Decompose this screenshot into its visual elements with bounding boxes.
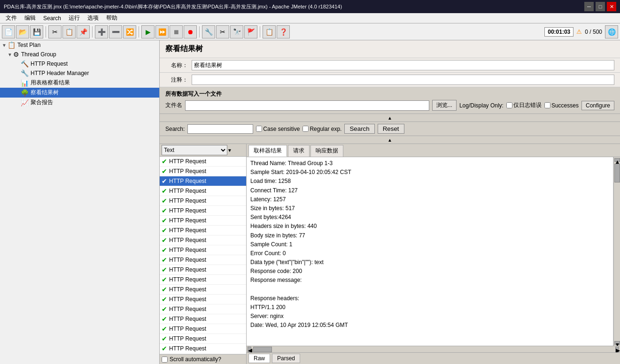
successes-check[interactable]: Successes: [544, 102, 579, 109]
result-item[interactable]: ✔HTTP Request: [160, 255, 246, 265]
success-icon: ✔: [162, 187, 167, 195]
detail-line: HTTP/1.1 200: [250, 303, 609, 312]
scroll-down-arrow[interactable]: ▼: [614, 341, 620, 345]
result-item[interactable]: ✔HTTP Request: [160, 206, 246, 216]
comment-input[interactable]: [192, 75, 614, 85]
result-item[interactable]: ✔HTTP Request: [160, 226, 246, 235]
scroll-auto-checkbox[interactable]: [162, 356, 168, 363]
result-item-selected[interactable]: ✔HTTP Request: [160, 176, 246, 186]
file-path-input[interactable]: [185, 100, 429, 111]
search-button[interactable]: Search: [344, 124, 374, 134]
result-item[interactable]: ✔HTTP Request: [160, 157, 246, 167]
tab-raw[interactable]: Raw: [248, 354, 270, 363]
result-item[interactable]: ✔HTTP Request: [160, 324, 246, 334]
regular-exp-check[interactable]: Regular exp.: [302, 126, 341, 132]
close-button[interactable]: ✕: [607, 2, 616, 11]
result-item[interactable]: ✔HTTP Request: [160, 245, 246, 255]
threadgroup-icon: ⚙: [13, 51, 19, 58]
log-error-checkbox[interactable]: [506, 102, 512, 108]
toolbar-expand[interactable]: ➕: [95, 25, 108, 38]
file-section: 所有数据写入一个文件 文件名 浏览... Log/Display Only: 仅…: [160, 87, 620, 114]
result-item-label: HTTP Request: [169, 316, 206, 322]
search-input[interactable]: [187, 124, 253, 134]
result-item[interactable]: ✔HTTP Request: [160, 186, 246, 196]
toolbar-save[interactable]: 💾: [30, 25, 43, 38]
menu-help[interactable]: 帮助: [102, 13, 121, 23]
scroll-thumb[interactable]: [614, 164, 620, 182]
toolbar-flag[interactable]: 🚩: [244, 25, 257, 38]
result-item[interactable]: ✔HTTP Request: [160, 295, 246, 304]
toolbar-start-no-pause[interactable]: ⏩: [155, 25, 169, 38]
case-sensitive-check[interactable]: Case sensitive: [256, 126, 300, 132]
toolbar-run[interactable]: ▶: [141, 25, 155, 38]
toolbar-sep5: [260, 26, 260, 38]
toolbar-cut[interactable]: ✂: [48, 25, 62, 38]
result-item[interactable]: ✔HTTP Request: [160, 285, 246, 295]
toolbar-binoculars[interactable]: 🔭: [230, 25, 243, 38]
toolbar-stop[interactable]: ⏹: [170, 25, 183, 38]
maximize-button[interactable]: □: [596, 2, 605, 11]
toolbar-copy[interactable]: 📋: [62, 25, 76, 38]
menu-file[interactable]: 文件: [2, 13, 21, 23]
toolbar-stop-now[interactable]: ⏺: [184, 25, 197, 38]
right-panel: 察看结果树 名称： 注释： 所有数据写入一个文件 文件名 浏览... Log/D…: [160, 40, 620, 364]
tab-sampler-result[interactable]: 取样器结果: [248, 145, 287, 157]
result-item[interactable]: ✔HTTP Request: [160, 314, 246, 324]
tree-item-threadgroup[interactable]: ▼ ⚙ Thread Group: [0, 50, 159, 59]
successes-checkbox[interactable]: [544, 102, 550, 108]
result-item[interactable]: ✔HTTP Request: [160, 275, 246, 285]
toolbar-open[interactable]: 📂: [16, 25, 29, 38]
toolbar-scissors[interactable]: ✂: [216, 25, 229, 38]
tree-item-tabresult[interactable]: 📊 用表格察看结果: [0, 78, 159, 88]
toolbar-tools[interactable]: 🔧: [202, 25, 215, 38]
result-item-label: HTTP Request: [169, 276, 206, 283]
text-type-dropdown[interactable]: Text RegExp Tester CSS/JQuery Tester XPa…: [162, 145, 227, 155]
httpheader-label: HTTP Header Manager: [31, 70, 89, 76]
tab-response-data[interactable]: 响应数据: [310, 145, 343, 157]
toolbar-collapse[interactable]: ➖: [109, 25, 122, 38]
result-item-label: HTTP Request: [169, 306, 206, 312]
scroll-up-arrow[interactable]: ▲: [614, 158, 620, 162]
toolbar-new[interactable]: 📄: [2, 25, 15, 38]
detail-hscrollbar[interactable]: ◀ ▶: [247, 346, 620, 352]
scroll-left-arrow[interactable]: ◀: [248, 347, 251, 352]
case-sensitive-checkbox[interactable]: [256, 126, 262, 132]
result-item-label: HTTP Request: [169, 227, 206, 234]
result-item[interactable]: ✔HTTP Request: [160, 216, 246, 226]
result-item[interactable]: ✔HTTP Request: [160, 304, 246, 314]
configure-button[interactable]: Configure: [581, 101, 614, 110]
hscroll-thumb[interactable]: [253, 347, 272, 352]
browse-button[interactable]: 浏览...: [432, 100, 457, 111]
name-input[interactable]: [192, 60, 614, 70]
minimize-button[interactable]: ─: [584, 2, 594, 11]
result-item[interactable]: ✔HTTP Request: [160, 344, 246, 354]
toolbar-paste[interactable]: 📌: [77, 25, 90, 38]
result-item[interactable]: ✔HTTP Request: [160, 265, 246, 275]
result-item[interactable]: ✔HTTP Request: [160, 167, 246, 176]
tree-item-viewresulttree[interactable]: 🌳 察看结果树: [0, 88, 159, 98]
result-item[interactable]: ✔HTTP Request: [160, 235, 246, 245]
menu-search[interactable]: Search: [39, 14, 65, 23]
log-options: Log/Display Only: 仅日志错误 Successes Config…: [459, 101, 614, 110]
result-item[interactable]: ✔HTTP Request: [160, 334, 246, 344]
toolbar-toggle[interactable]: 🔀: [123, 25, 136, 38]
menu-run[interactable]: 运行: [65, 13, 84, 23]
detail-scrollbar[interactable]: ▲ ▼: [613, 157, 620, 346]
tree-item-httprequest1[interactable]: 🔨 HTTP Request: [0, 59, 159, 68]
menu-edit[interactable]: 编辑: [21, 13, 39, 23]
success-icon: ✔: [162, 227, 167, 234]
menu-options[interactable]: 选项: [84, 13, 102, 23]
result-item[interactable]: ✔HTTP Request: [160, 196, 246, 206]
tree-item-testplan[interactable]: ▼ 📋 Test Plan: [0, 40, 159, 50]
tree-item-httpheader[interactable]: 🔧 HTTP Header Manager: [0, 68, 159, 78]
tree-item-aggreport[interactable]: 📈 聚合报告: [0, 98, 159, 107]
toolbar-help[interactable]: ❓: [277, 25, 290, 38]
regular-exp-checkbox[interactable]: [302, 126, 309, 132]
reset-button[interactable]: Reset: [378, 124, 404, 134]
toolbar-global[interactable]: 🌐: [605, 25, 618, 38]
tab-parsed[interactable]: Parsed: [272, 354, 300, 363]
scroll-right-arrow[interactable]: ▶: [615, 347, 619, 352]
tab-request[interactable]: 请求: [288, 145, 310, 157]
log-error-check[interactable]: 仅日志错误: [506, 101, 542, 109]
toolbar-list[interactable]: 📋: [263, 25, 276, 38]
